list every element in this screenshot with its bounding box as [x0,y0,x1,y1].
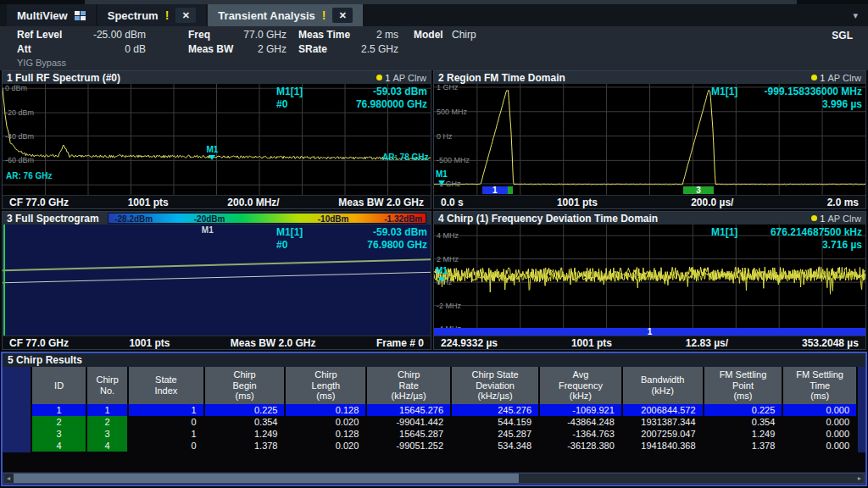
column-header: Chirp Length (ms) [286,367,365,404]
ref-level-label: Ref Level [17,29,62,41]
dropdown-caret-icon[interactable]: ▾ [843,10,868,21]
marker-m1[interactable]: M1 [436,267,448,282]
table-cell: 1.249 [205,428,285,440]
y-axis-label: 0 Hz [437,131,453,140]
meas-bw-value[interactable]: 2 GHz [219,43,287,55]
panel-title: 2 Region FM Time Domain [438,72,565,84]
table-cell: 245.287 [452,428,538,440]
column-header: ID [32,367,86,404]
scrollbar-thumb[interactable] [14,474,519,483]
table-cell: 0 [129,416,203,428]
panel-full-spectrogram[interactable]: 3 Full Spectrogram -28.2dBm -20dBm -10dB… [2,211,431,350]
panel-header: 2 Region FM Time Domain 1 AP Clrw [434,71,865,84]
results-right-gutter [858,367,865,452]
y-axis-label: -20 dBm [5,108,34,117]
rf-spectrum-chart[interactable]: M1[1]-59.03 dBm #076.980000 GHz 0 dBm-20… [3,84,431,195]
column-header: State Index [129,367,203,404]
close-tab-icon[interactable]: ✕ [332,8,353,23]
table-row[interactable]: 3311.2490.12815645.287245.287-1364.76320… [32,428,856,440]
att-label: Att [17,43,31,55]
table-cell: 4 [32,440,86,452]
multiview-grid-icon [75,11,86,20]
meas-time-value[interactable]: 2 ms [346,29,398,41]
table-cell: 15645.276 [367,404,450,416]
table-row[interactable]: 2200.3540.020-99041.442544.159-43864.248… [32,416,856,428]
chirp-segment-bar: 1 [434,328,865,336]
model-value[interactable]: Chirp [452,29,511,41]
close-tab-icon[interactable]: ✕ [175,8,196,23]
panel-header: 1 Full RF Spectrum (#0) 1 AP Clrw [3,71,431,84]
horizontal-scrollbar[interactable]: ◄ ► [3,473,865,484]
tab-spectrum[interactable]: Spectrum ! ✕ [97,4,207,26]
panel-title: 3 Full Spectrogram [7,213,99,225]
frequency-deviation-chart[interactable]: M1[1]676.214687500 kHz 3.716 µs 4 MHz2 M… [434,225,865,336]
panel-title: 1 Full RF Spectrum (#0) [7,72,120,84]
table-cell: -36128.380 [540,440,621,452]
chirp-segment-bar: 3 [683,186,714,194]
tab-label: Transient Analysis [218,9,314,22]
table-cell: -99051.252 [367,440,450,452]
chart-annotation: M1 [202,225,214,235]
table-cell: 3 [32,428,86,440]
color-scale-label: -1.32dBm [384,214,422,225]
ref-level-value[interactable]: -25.00 dBm [73,29,146,41]
marker-readout: M1[1]-999.158336000 MHz 3.996 µs [711,86,862,111]
table-cell: 0.128 [286,428,365,440]
results-title: 5 Chirp Results [8,354,82,366]
warning-icon: ! [165,8,170,22]
freq-label: Freq [188,29,210,41]
meas-time-label: Meas Time [298,29,350,41]
column-header: Chirp Begin (ms) [205,367,285,404]
panel-chirp-results[interactable]: 5 Chirp Results IDChirp No.State IndexCh… [1,352,867,486]
panel-footer: CF 77.0 GHz1001 pts Meas BW 2.0 GHzFrame… [3,336,431,349]
y-axis-label: 500 MHz [437,107,467,115]
spectrogram-chart[interactable]: M1[1]-59.03 dBm #076.9800 GHz M1 [3,225,431,336]
table-cell: 1 [129,404,203,416]
table-cell: 245.276 [452,404,538,416]
fm-time-domain-chart[interactable]: M1[1]-999.158336000 MHz 3.996 µs 1 GHz50… [434,84,865,195]
freq-value[interactable]: 77.0 GHz [219,29,287,41]
panel-chirp-frequency-deviation[interactable]: 4 Chirp (1) Frequency Deviation Time Dom… [433,211,866,350]
warning-icon: ! [322,8,326,22]
y-axis-label: -60 dBm [5,156,34,164]
panel-title: 4 Chirp (1) Frequency Deviation Time Dom… [438,213,658,225]
table-cell: 0.000 [783,416,856,428]
panel-region-fm-time-domain[interactable]: 2 Region FM Time Domain 1 AP Clrw M1[1]-… [433,70,866,209]
table-cell: 0.000 [783,404,856,416]
results-table: IDChirp No.State IndexChirp Begin (ms)Ch… [31,367,858,452]
marker-m1[interactable]: M1 [206,146,218,161]
scroll-right-icon[interactable]: ► [855,474,864,483]
table-cell: -1069.921 [540,404,621,416]
table-cell: 2 [32,416,86,428]
panel-full-rf-spectrum[interactable]: 1 Full RF Spectrum (#0) 1 AP Clrw M1[1]-… [2,70,431,209]
panel-footer: CF 77.0 GHz1001 pts 200.0 MHz/Meas BW 2.… [3,195,431,208]
panel-header: 4 Chirp (1) Frequency Deviation Time Dom… [434,212,865,225]
marker-m1[interactable]: M1 [436,170,448,186]
srate-value[interactable]: 2.5 GHz [346,43,398,55]
chirp-segment-bar: 1 [482,186,508,194]
table-cell: -99041.442 [367,416,450,428]
y-axis-label: 4 MHz [437,231,459,240]
table-row[interactable]: 1110.2250.12815645.276245.276-1069.92120… [32,404,856,416]
table-cell: 544.159 [452,416,538,428]
scroll-left-icon[interactable]: ◄ [4,474,13,483]
table-cell: 1.378 [205,440,285,452]
table-cell: 0.354 [704,416,782,428]
tab-transient-analysis[interactable]: Transient Analysis ! ✕ [208,4,363,26]
table-cell: -1364.763 [540,428,621,440]
tab-multiview[interactable]: MultiView [7,4,96,26]
y-axis-label: -40 dBm [5,131,34,140]
att-value[interactable]: 0 dB [73,43,146,55]
results-title-bar: 5 Chirp Results [3,353,865,367]
table-row[interactable]: 4401.3780.020-99051.252534.348-36128.380… [32,440,856,452]
tab-bar: MultiView Spectrum ! ✕ Transient Analysi… [0,4,868,26]
marker-readout: M1[1]-59.03 dBm #076.9800 GHz [276,226,427,252]
y-axis-label: 2 MHz [437,254,459,263]
yig-bypass-note: YIG Bypass [17,58,66,68]
single-sweep-badge: SGL [832,30,853,42]
chart-annotation: AR: 76 GHz [6,171,52,180]
color-scale-label: -10dBm [318,214,349,225]
marker-readout: M1[1]676.214687500 kHz 3.716 µs [711,226,862,252]
table-cell: 3 [87,428,127,440]
analyzer-screen: MultiView Spectrum ! ✕ Transient Analysi… [0,0,868,488]
